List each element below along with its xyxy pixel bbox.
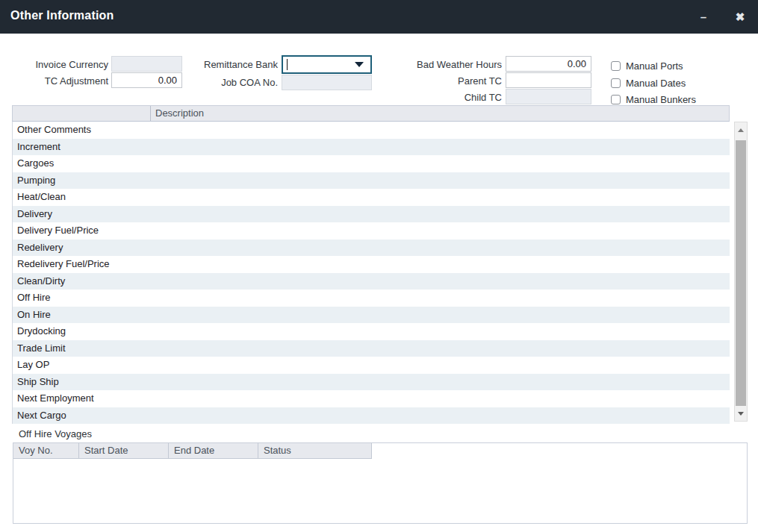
table-row[interactable]: Increment (13, 139, 730, 156)
manual-ports-row: Manual Ports (611, 60, 683, 72)
end-date-column-header: End Date (169, 443, 258, 459)
manual-bunkers-label: Manual Bunkers (626, 94, 696, 105)
scroll-up-button[interactable] (735, 124, 747, 136)
table-row[interactable]: Ship Ship (13, 374, 730, 391)
invoice-currency-field[interactable] (111, 56, 182, 72)
close-icon: ✖ (736, 10, 745, 24)
voy-no-column-header: Voy No. (13, 443, 79, 459)
table-row[interactable]: Clean/Dirty (13, 273, 730, 290)
text-caret (287, 59, 288, 70)
job-coa-no-label: Job COA No. (179, 77, 278, 89)
manual-bunkers-row: Manual Bunkers (611, 93, 696, 105)
description-rows: Other Comments Increment Cargoes Pumping… (12, 122, 730, 424)
table-row[interactable]: Pumping (13, 172, 730, 190)
child-tc-field[interactable] (506, 89, 591, 104)
table-row[interactable]: On Hire (13, 307, 730, 324)
table-row[interactable]: Lay OP (13, 357, 730, 374)
table-row[interactable]: Cargoes (13, 155, 730, 172)
status-column-header: Status (258, 443, 372, 459)
dialog-titlebar: Other Information – ✖ (0, 0, 758, 34)
table-row[interactable]: Off Hire (13, 290, 730, 307)
scroll-down-button[interactable] (735, 407, 747, 419)
minimize-button[interactable]: – (691, 0, 716, 34)
vertical-scrollbar[interactable] (734, 122, 748, 422)
column-separator (150, 106, 151, 121)
page-title: Other Information (10, 9, 114, 22)
minimize-icon: – (700, 10, 706, 23)
table-row[interactable]: Other Comments (13, 122, 730, 139)
table-row[interactable]: Drydocking (13, 323, 730, 340)
description-grid-header: Description (12, 105, 730, 122)
manual-dates-row: Manual Dates (611, 77, 686, 89)
table-row[interactable]: Redelivery (13, 240, 730, 257)
remittance-bank-label: Remittance Bank (179, 59, 278, 71)
table-row[interactable]: Delivery (13, 206, 730, 223)
description-column-header: Description (155, 107, 204, 119)
table-row[interactable]: Delivery Fuel/Price (13, 222, 730, 240)
bad-weather-hours-field[interactable] (506, 56, 591, 72)
manual-bunkers-checkbox[interactable] (611, 95, 621, 104)
remittance-bank-combo[interactable] (282, 55, 372, 74)
scrollbar-thumb[interactable] (736, 140, 746, 406)
dropdown-arrow-icon[interactable] (355, 62, 364, 67)
manual-ports-label: Manual Ports (626, 60, 683, 72)
description-grid: Description Other Comments Increment Car… (12, 105, 748, 424)
bad-weather-hours-label: Bad Weather Hours (388, 59, 502, 71)
table-row[interactable]: Heat/Clean (13, 189, 730, 206)
tc-adjustment-label: TC Adjustment (15, 75, 108, 87)
table-row[interactable]: Trade Limit (13, 340, 730, 357)
invoice-currency-label: Invoice Currency (15, 59, 108, 71)
close-button[interactable]: ✖ (727, 0, 753, 34)
parent-tc-label: Parent TC (388, 75, 502, 87)
table-row[interactable]: Next Cargo (13, 407, 730, 425)
table-row[interactable]: Next Employment (13, 390, 730, 407)
tc-adjustment-field[interactable] (111, 72, 182, 88)
table-row[interactable]: Redelivery Fuel/Price (13, 256, 730, 273)
start-date-column-header: Start Date (79, 443, 169, 459)
off-hire-voyages-header: Voy No. Start Date End Date Status (13, 443, 372, 459)
off-hire-voyages-title: Off Hire Voyages (19, 428, 92, 439)
manual-ports-checkbox[interactable] (611, 61, 621, 71)
scroll-up-icon (738, 128, 744, 132)
off-hire-voyages-grid: Voy No. Start Date End Date Status (13, 442, 748, 524)
manual-dates-checkbox[interactable] (611, 78, 621, 88)
job-coa-no-field[interactable] (282, 75, 372, 90)
scroll-down-icon (738, 412, 744, 416)
parent-tc-field[interactable] (506, 72, 591, 88)
child-tc-label: Child TC (388, 92, 502, 104)
manual-dates-label: Manual Dates (626, 78, 686, 89)
